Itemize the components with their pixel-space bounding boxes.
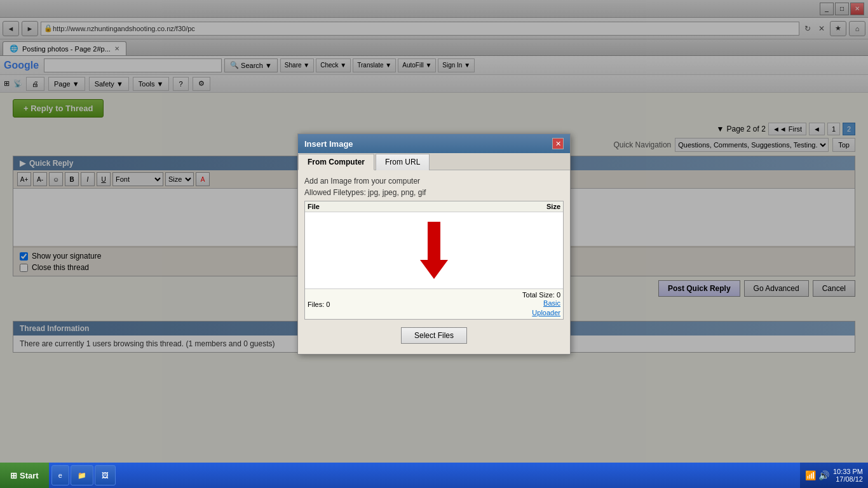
file-footer: Files: 0 Total Size: 0 Basic Uploader bbox=[305, 288, 563, 319]
modal-overlay: Insert Image ✕ From Computer From URL Ad… bbox=[0, 0, 868, 488]
file-col-size: Size bbox=[522, 203, 560, 210]
ie-icon: e bbox=[58, 471, 62, 479]
taskbar-clock: 10:33 PM 17/08/12 bbox=[833, 468, 863, 483]
folder-icon: 📁 bbox=[78, 471, 86, 480]
modal-header: Insert Image ✕ bbox=[298, 134, 570, 153]
file-table: File Size Files: 0 Total Size: 0 Ba bbox=[304, 201, 564, 320]
basic-uploader-line2: Uploader bbox=[532, 309, 560, 316]
file-table-header: File Size bbox=[305, 201, 563, 212]
arrow-head bbox=[420, 260, 448, 279]
select-files-button[interactable]: Select Files bbox=[401, 327, 467, 344]
arrow-body bbox=[428, 222, 440, 260]
tab-from-computer[interactable]: From Computer bbox=[298, 154, 374, 170]
modal-close-button[interactable]: ✕ bbox=[552, 138, 564, 149]
tab-from-url[interactable]: From URL bbox=[376, 154, 430, 170]
modal-desc-line2: Allowed Filetypes: jpg, jpeg, png, gif bbox=[304, 188, 564, 197]
network-icon: 📶 bbox=[805, 470, 816, 480]
modal-footer: Select Files bbox=[304, 323, 564, 348]
clock-time: 10:33 PM bbox=[833, 468, 863, 475]
taskbar-apps: e 📁 🖼 bbox=[49, 465, 800, 485]
file-col-name: File bbox=[308, 203, 522, 210]
modal-desc-line1: Add an Image from your computer bbox=[304, 177, 564, 186]
taskbar-app-explorer[interactable]: 📁 bbox=[71, 465, 93, 485]
modal-title: Insert Image bbox=[304, 139, 353, 149]
files-count: Files: 0 bbox=[308, 301, 330, 308]
modal-tabs: From Computer From URL bbox=[298, 153, 570, 170]
basic-uploader-line1: Basic bbox=[543, 299, 560, 307]
taskbar-right: 📶 🔊 10:33 PM 17/08/12 bbox=[800, 463, 868, 488]
basic-uploader-link[interactable]: Basic Uploader bbox=[532, 299, 560, 317]
windows-logo-icon: ⊞ bbox=[10, 471, 17, 480]
photo-icon: 🖼 bbox=[102, 471, 109, 479]
taskbar-app-photo[interactable]: 🖼 bbox=[95, 465, 116, 485]
taskbar: ⊞ Start e 📁 🖼 📶 🔊 10:33 PM 17/08/12 bbox=[0, 463, 868, 488]
clock-date: 17/08/12 bbox=[833, 475, 863, 483]
taskbar-app-ie[interactable]: e bbox=[51, 465, 69, 485]
start-label: Start bbox=[20, 471, 39, 480]
taskbar-system-icons: 📶 🔊 bbox=[805, 470, 829, 480]
download-arrow-icon bbox=[420, 222, 448, 279]
file-drop-area[interactable] bbox=[305, 212, 563, 288]
modal-body: Add an Image from your computer Allowed … bbox=[298, 170, 570, 354]
volume-icon: 🔊 bbox=[818, 470, 829, 480]
total-size: Total Size: 0 bbox=[522, 291, 560, 299]
insert-image-modal: Insert Image ✕ From Computer From URL Ad… bbox=[297, 133, 571, 355]
start-button[interactable]: ⊞ Start bbox=[0, 463, 49, 488]
